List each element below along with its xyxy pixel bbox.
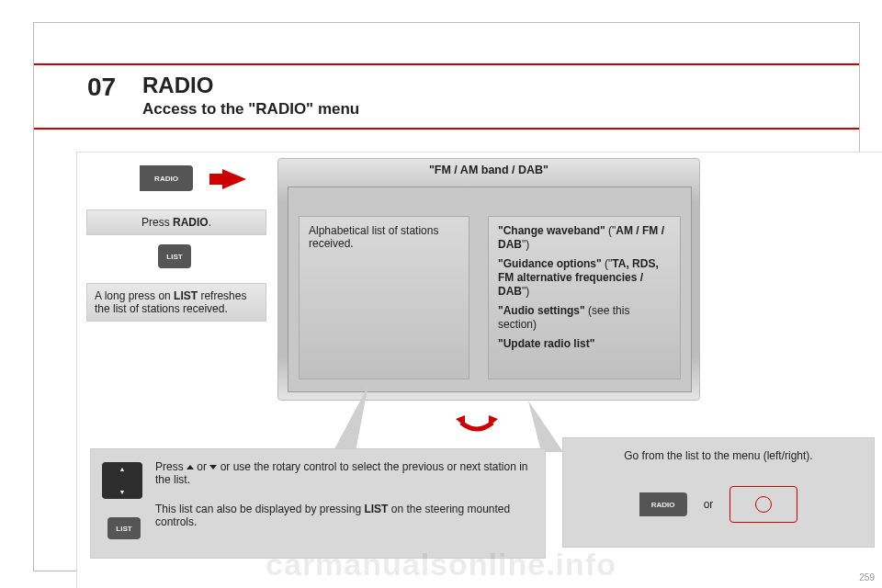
menu-pane: "Change waveband" ("AM / FM / DAB") "Gui… [488,216,681,379]
t: ") [522,285,529,298]
t: Press [155,460,187,473]
down-triangle-icon: ▼ [102,489,142,495]
text: . [209,216,211,229]
go-from-list-callout: Go from the list to the menu (left/right… [562,437,875,548]
swap-arrows-icon [454,404,500,432]
menu-item: "Audio settings" [498,304,585,317]
t: (" [605,224,616,237]
nav-line1: Press or or use the rotary control to se… [155,460,534,486]
nav-line2: This list can also be displayed by press… [155,503,534,528]
chapter-title: RADIO [142,73,859,98]
chapter-subtitle: Access to the "RADIO" menu [142,100,859,119]
menu-item: "Update radio list" [498,337,594,350]
rotary-knob-icon [755,496,772,513]
radio-button-graphic: RADIO [140,165,193,191]
screen-title: "FM / AM band / DAB" [278,159,699,181]
title-bar: RADIO Access to the "RADIO" menu [34,63,859,130]
arrow-right-icon [222,169,246,189]
text: Press [141,216,173,229]
up-triangle-icon: ▲ [102,466,142,472]
go-text: Go from the list to the menu (left/right… [574,449,863,462]
text-bold: LIST [174,289,198,302]
page-frame: 07 RADIO Access to the "RADIO" menu RADI… [33,22,860,571]
menu-item: "Guidance options" [498,257,602,270]
t: (" [602,257,613,270]
t: or [194,460,209,473]
menu-item: "Change waveband" [498,224,605,237]
page-number: 259 [859,572,875,582]
text: A long press on [95,289,174,302]
stations-list-pane: Alphabetical list of stations received. [299,216,469,379]
t: ") [522,238,529,251]
callout-pointer-icon [517,401,563,452]
list-button-graphic: LIST [158,244,191,268]
left-pane-text: Alphabetical list of stations received. [309,224,438,250]
or-text: or [704,498,714,511]
rotary-control-graphic [729,486,797,523]
text-bold: RADIO [173,216,209,229]
list-button-graphic: LIST [107,517,141,539]
t: LIST [364,503,388,515]
up-down-button-graphic: ▲ ▼ [102,462,142,499]
press-radio-note: Press RADIO. [86,209,266,235]
up-triangle-icon [187,465,194,469]
navigation-callout: ▲ ▼ LIST Press or or use the rotary cont… [90,448,546,559]
content-area: RADIO Press RADIO. LIST A long press on … [76,152,882,588]
long-press-list-note: A long press on LIST refreshes the list … [86,283,266,322]
radio-button-graphic: RADIO [639,492,687,516]
radio-screen-mock: "FM / AM band / DAB" Alphabetical list o… [277,158,700,401]
t: This list can also be displayed by press… [155,503,364,515]
